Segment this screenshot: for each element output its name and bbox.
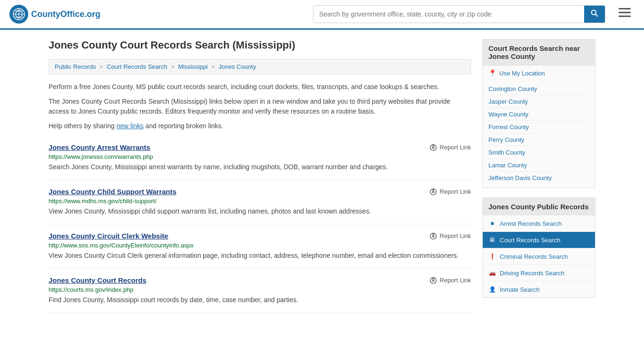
- public-records-link-3[interactable]: 🚗 Driving Records Search: [483, 265, 595, 281]
- result-url-0[interactable]: https://www.jonesso.com/warrants.php: [49, 153, 471, 160]
- public-records-link-4[interactable]: 👤 Inmate Search: [483, 281, 595, 297]
- public-records-list: ■ Arrest Records Search 🏛 Court Records …: [483, 215, 595, 297]
- pr-icon-3: 🚗: [488, 269, 496, 277]
- results-list: Jones County Arrest Warrants Report Link…: [49, 136, 471, 313]
- nearby-county-item: Perry County: [488, 133, 589, 146]
- pr-icon-1: 🏛: [488, 236, 496, 244]
- result-header: Jones County Child Support Warrants Repo…: [49, 188, 471, 196]
- result-item: Jones County Circuit Clerk Website Repor…: [49, 224, 471, 269]
- search-input[interactable]: [314, 6, 584, 23]
- nearby-county-link-2[interactable]: Wayne County: [488, 111, 528, 118]
- result-header: Jones County Court Records Report Link: [49, 276, 471, 284]
- description-para3-suffix: and reporting broken links.: [144, 122, 223, 130]
- svg-point-14: [433, 233, 434, 234]
- result-header: Jones County Circuit Clerk Website Repor…: [49, 232, 471, 240]
- public-records-header: Jones County Public Records: [483, 198, 595, 215]
- result-title-1[interactable]: Jones County Child Support Warrants: [49, 188, 176, 196]
- svg-rect-7: [619, 12, 631, 13]
- pr-label-4: Inmate Search: [500, 286, 540, 293]
- result-desc-1: View Jones County, Mississippi child sup…: [49, 206, 471, 216]
- nearby-county-link-6[interactable]: Lamar County: [488, 162, 527, 169]
- result-desc-0: Search Jones County, Mississippi arrest …: [49, 162, 471, 172]
- nearby-county-link-4[interactable]: Perry County: [488, 136, 524, 143]
- search-button[interactable]: [584, 6, 605, 23]
- breadcrumb-sep2: >: [171, 63, 176, 70]
- result-url-2[interactable]: http://www.sos.ms.gov/CountyEleinfo/coun…: [49, 242, 471, 249]
- pr-label-3: Driving Records Search: [500, 270, 564, 277]
- svg-point-16: [433, 278, 434, 279]
- public-records-link-1[interactable]: 🏛 Court Records Search: [483, 232, 595, 248]
- result-desc-2: View Jones County Circuit Clerk general …: [49, 251, 471, 261]
- result-title-2[interactable]: Jones County Circuit Clerk Website: [49, 232, 168, 240]
- nearby-county-item: Covington County: [488, 82, 589, 95]
- svg-rect-6: [619, 8, 631, 9]
- nearby-county-item: Jasper County: [488, 95, 589, 108]
- search-bar: [313, 5, 605, 23]
- nearby-county-link-1[interactable]: Jasper County: [488, 98, 528, 105]
- svg-point-12: [433, 189, 434, 190]
- pr-icon-0: ■: [488, 220, 496, 227]
- nearby-header: Court Records Search near Jones County: [483, 40, 595, 66]
- breadcrumb: Public Records > Court Records Search > …: [49, 59, 471, 74]
- report-link-1[interactable]: Report Link: [429, 188, 471, 196]
- result-item: Jones County Child Support Warrants Repo…: [49, 180, 471, 224]
- nearby-list: Covington CountyJasper CountyWayne Count…: [483, 79, 595, 188]
- result-item: Jones County Arrest Warrants Report Link…: [49, 136, 471, 180]
- description-para3-prefix: Help others by sharing: [49, 122, 116, 130]
- breadcrumb-sep3: >: [211, 63, 216, 70]
- public-records-item: 🚗 Driving Records Search: [483, 265, 595, 281]
- public-records-section: Jones County Public Records ■ Arrest Rec…: [482, 197, 595, 298]
- use-my-location-label: Use My Location: [499, 70, 545, 77]
- breadcrumb-court-records[interactable]: Court Records Search: [107, 63, 167, 70]
- result-title-3[interactable]: Jones County Court Records: [49, 276, 147, 284]
- pr-label-0: Arrest Records Search: [500, 220, 562, 227]
- description-para1: Perform a free Jones County, MS public c…: [49, 82, 471, 92]
- nearby-county-item: Lamar County: [488, 159, 589, 172]
- description-para3: Help others by sharing new links and rep…: [49, 121, 471, 131]
- new-links-link[interactable]: new links: [116, 122, 144, 130]
- svg-point-10: [433, 145, 434, 146]
- result-header: Jones County Arrest Warrants Report Link: [49, 143, 471, 151]
- public-records-link-2[interactable]: ❗ Criminal Records Search: [483, 248, 595, 264]
- public-records-link-0[interactable]: ■ Arrest Records Search: [483, 215, 595, 231]
- breadcrumb-mississippi[interactable]: Mississippi: [178, 63, 208, 70]
- nearby-county-item: Jefferson Davis County: [488, 172, 589, 184]
- pr-label-2: Criminal Records Search: [500, 253, 568, 260]
- nearby-county-link-0[interactable]: Covington County: [488, 85, 537, 92]
- nearby-county-link-7[interactable]: Jefferson Davis County: [488, 174, 552, 181]
- result-item: Jones County Court Records Report Link h…: [49, 269, 471, 313]
- logo-text: CountyOffice.org: [31, 9, 100, 19]
- nearby-county-link-3[interactable]: Forrest County: [488, 123, 529, 131]
- menu-button[interactable]: [615, 6, 635, 22]
- main-content: Jones County Court Records Search (Missi…: [49, 39, 471, 313]
- breadcrumb-jones-county[interactable]: Jones County: [218, 63, 256, 70]
- location-icon: 📍: [488, 69, 496, 77]
- pr-icon-2: ❗: [488, 253, 496, 260]
- nearby-county-item: Wayne County: [488, 108, 589, 121]
- breadcrumb-sep1: >: [99, 63, 105, 70]
- nearby-county-link-5[interactable]: Smith County: [488, 149, 525, 156]
- svg-line-5: [595, 14, 597, 16]
- nearby-county-item: Forrest County: [488, 121, 589, 133]
- result-desc-3: Find Jones County, Mississippi court rec…: [49, 295, 471, 305]
- logo-icon: [9, 5, 28, 24]
- report-link-0[interactable]: Report Link: [429, 144, 471, 151]
- result-url-1[interactable]: https://www.mdhs.ms.gov/child-support/: [49, 197, 471, 205]
- result-title-0[interactable]: Jones County Arrest Warrants: [49, 143, 150, 151]
- public-records-item: 🏛 Court Records Search: [483, 232, 595, 248]
- report-link-3[interactable]: Report Link: [429, 277, 471, 284]
- pr-label-1: Court Records Search: [500, 237, 561, 244]
- result-url-3[interactable]: https://courts.ms.gov/index.php: [49, 286, 471, 293]
- report-link-2[interactable]: Report Link: [429, 232, 471, 240]
- public-records-item: 👤 Inmate Search: [483, 281, 595, 297]
- nearby-county-item: Smith County: [488, 146, 589, 159]
- logo[interactable]: CountyOffice.org: [9, 5, 100, 24]
- content-container: Jones County Court Records Search (Missi…: [39, 30, 605, 322]
- header: CountyOffice.org: [0, 0, 644, 30]
- sidebar: Court Records Search near Jones County 📍…: [482, 39, 595, 313]
- nearby-section: Court Records Search near Jones County 📍…: [482, 39, 595, 188]
- breadcrumb-public-records[interactable]: Public Records: [55, 63, 96, 70]
- use-my-location[interactable]: 📍 Use My Location: [483, 66, 595, 79]
- pr-icon-4: 👤: [488, 286, 496, 293]
- public-records-item: ■ Arrest Records Search: [483, 215, 595, 232]
